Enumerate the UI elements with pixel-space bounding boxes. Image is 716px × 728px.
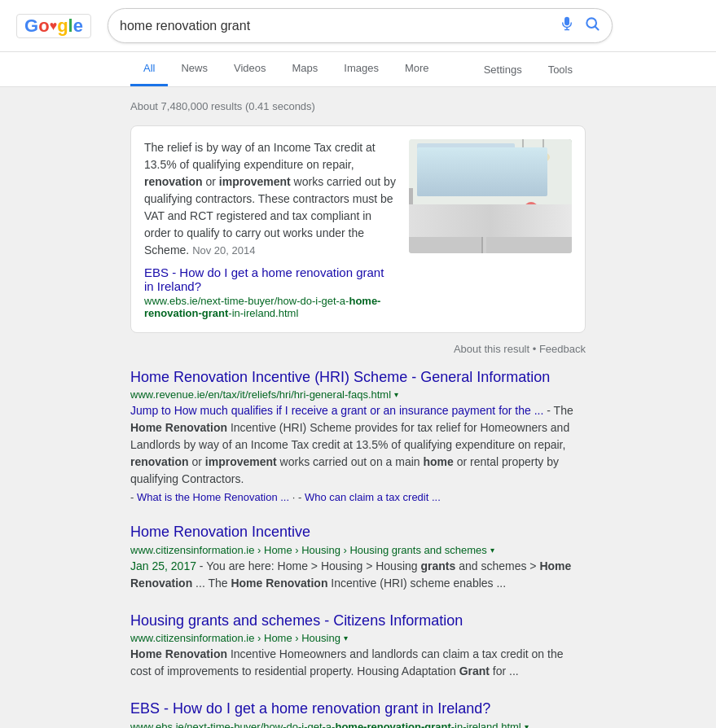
- result-title-1[interactable]: Home Renovation Incentive (HRI) Scheme -…: [130, 369, 550, 385]
- settings-button[interactable]: Settings: [471, 54, 535, 86]
- tab-images[interactable]: Images: [331, 52, 392, 86]
- results-count: About 7,480,000 results (0.41 seconds): [130, 100, 586, 112]
- result-url-4: www.ebs.ie/next-time-buyer/how-do-i-get-…: [130, 721, 521, 728]
- result-snippet-3: Home Renovation Incentive Homeowners and…: [130, 646, 586, 680]
- result-url-line-1: www.revenue.ie/en/tax/it/reliefs/hri/hri…: [130, 388, 586, 401]
- search-icon[interactable]: [584, 15, 600, 36]
- result-dropdown-arrow-1[interactable]: ▾: [394, 390, 398, 399]
- result-url-line-4: www.ebs.ie/next-time-buyer/how-do-i-get-…: [130, 721, 586, 728]
- tab-all[interactable]: All: [130, 52, 168, 86]
- google-logo: Go♥gle: [16, 14, 91, 38]
- result-url-line-3: www.citizensinformation.ie › Home › Hous…: [130, 632, 586, 644]
- svg-rect-5: [417, 143, 515, 196]
- result-url-2: www.citizensinformation.ie › Home › Hous…: [130, 544, 487, 556]
- result-url-1: www.revenue.ie/en/tax/it/reliefs/hri/hri…: [130, 388, 391, 401]
- featured-link: EBS - How do I get a home renovation gra…: [144, 265, 396, 319]
- jump-to-link-1[interactable]: Jump to How much qualifies if I receive …: [130, 404, 543, 417]
- result-dropdown-arrow-3[interactable]: ▾: [344, 634, 348, 642]
- sub-link-1b[interactable]: Who can claim a tax credit ...: [305, 491, 441, 503]
- svg-point-16: [516, 152, 529, 162]
- result-item-4: EBS - How do I get a home renovation gra…: [130, 699, 586, 728]
- featured-result: The relief is by way of an Income Tax cr…: [130, 125, 586, 333]
- nav-bar: All News Videos Maps Images More Setting…: [0, 52, 716, 87]
- result-title-3[interactable]: Housing grants and schemes - Citizens In…: [130, 612, 463, 629]
- svg-rect-11: [486, 217, 572, 253]
- logo-heart-icon: ♥: [50, 19, 58, 33]
- kitchen-photo: [409, 139, 572, 253]
- header: Go♥gle: [0, 0, 716, 52]
- featured-date: Nov 20, 2014: [192, 244, 255, 257]
- svg-point-19: [525, 202, 538, 215]
- logo-letter-g1: G: [24, 15, 38, 37]
- feedback-link[interactable]: Feedback: [539, 343, 586, 355]
- svg-rect-10: [409, 217, 482, 253]
- featured-url-bold: home-renovation-grant: [144, 295, 380, 319]
- logo-letter-e: e: [73, 15, 83, 37]
- main-content: About 7,480,000 results (0.41 seconds) T…: [0, 87, 716, 728]
- result-snippet-1: Jump to How much qualifies if I receive …: [130, 402, 586, 488]
- search-icons: [560, 15, 600, 36]
- featured-image: [409, 139, 572, 253]
- svg-line-3: [595, 27, 599, 30]
- result-item-2: Home Renovation Incentive www.citizensin…: [130, 523, 586, 591]
- tab-more[interactable]: More: [392, 52, 442, 86]
- result-url-line-2: www.citizensinformation.ie › Home › Hous…: [130, 544, 586, 556]
- result-dropdown-arrow-2[interactable]: ▾: [490, 546, 494, 555]
- logo-letter-g2: g: [57, 15, 68, 37]
- logo-letter-o: o: [38, 15, 49, 37]
- featured-title-link[interactable]: EBS - How do I get a home renovation gra…: [144, 265, 384, 293]
- result-title-4[interactable]: EBS - How do I get a home renovation gra…: [130, 700, 490, 717]
- about-result-link[interactable]: About this result: [454, 343, 529, 355]
- tools-button[interactable]: Tools: [535, 54, 586, 86]
- result-url-3: www.citizensinformation.ie › Home › Hous…: [130, 632, 340, 644]
- sub-link-1a[interactable]: What is the Home Renovation ...: [137, 491, 289, 503]
- result-date-2: Jan 25, 2017: [130, 559, 196, 572]
- sub-links-1: - What is the Home Renovation ... · - Wh…: [130, 491, 586, 503]
- search-bar: [108, 8, 613, 43]
- logo-box[interactable]: Go♥gle: [16, 14, 91, 38]
- result-item-1: Home Renovation Incentive (HRI) Scheme -…: [130, 368, 586, 503]
- featured-text: The relief is by way of an Income Tax cr…: [144, 139, 396, 319]
- search-bar-wrapper: [108, 8, 613, 43]
- microphone-icon[interactable]: [560, 16, 574, 35]
- svg-rect-20: [529, 211, 533, 219]
- featured-snippet: The relief is by way of an Income Tax cr…: [144, 139, 396, 259]
- tab-videos[interactable]: Videos: [221, 52, 279, 86]
- about-result-bar: About this result • Feedback: [130, 343, 586, 355]
- svg-rect-8: [425, 168, 507, 192]
- separator: •: [533, 343, 539, 355]
- search-input[interactable]: [120, 19, 560, 33]
- svg-rect-6: [425, 149, 464, 191]
- svg-point-18: [537, 152, 550, 162]
- svg-rect-7: [468, 149, 507, 191]
- svg-rect-14: [409, 188, 413, 213]
- featured-url: www.ebs.ie/next-time-buyer/how-do-i-get-…: [144, 295, 396, 319]
- result-dropdown-arrow-4[interactable]: ▾: [525, 722, 529, 728]
- result-item-3: Housing grants and schemes - Citizens In…: [130, 612, 586, 680]
- result-title-2[interactable]: Home Renovation Incentive: [130, 524, 310, 540]
- result-snippet-2: Jan 25, 2017 - You are here: Home > Hous…: [130, 558, 586, 592]
- tab-maps[interactable]: Maps: [279, 52, 331, 86]
- tab-news[interactable]: News: [168, 52, 221, 86]
